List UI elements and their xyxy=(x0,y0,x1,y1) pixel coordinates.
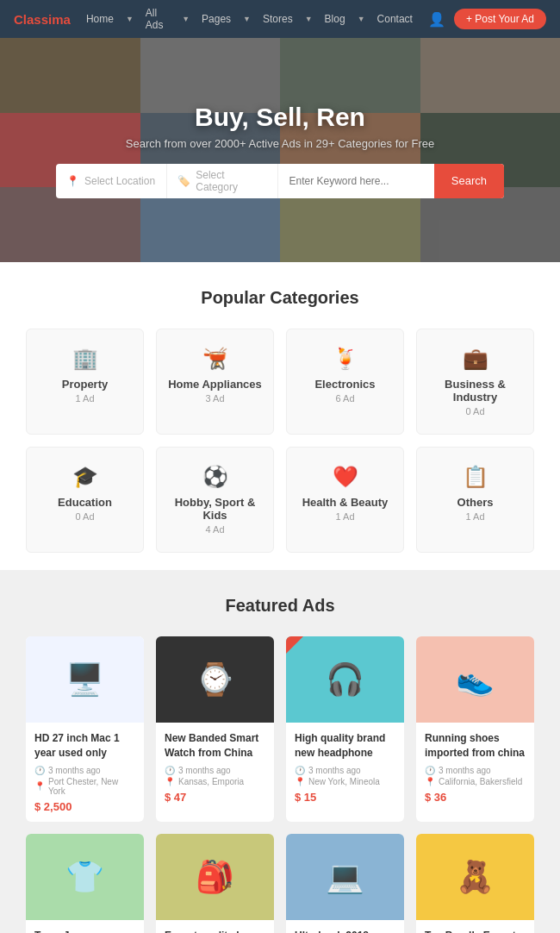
category-count: 1 Ad xyxy=(426,511,525,522)
nav-home-arrow: ▼ xyxy=(126,15,134,23)
category-count: 4 Ad xyxy=(165,524,264,535)
ads-grid: 🖥️ HD 27 inch Mac 1 year used only 🕐 3 m… xyxy=(26,636,534,933)
nav-stores-arrow: ▼ xyxy=(305,15,313,23)
nav-home[interactable]: Home xyxy=(86,13,114,25)
category-count: 3 Ad xyxy=(165,393,264,404)
categories-grid: 🏢 Property 1 Ad 🫕 Home Appliances 3 Ad 🍹… xyxy=(26,329,534,553)
ad-body: Toy Bundle Export Quality form China who… xyxy=(416,920,534,933)
nav-blog-arrow: ▼ xyxy=(358,15,365,23)
nav-links: Home ▼ All Ads ▼ Pages ▼ Stores ▼ Blog ▼… xyxy=(86,7,413,31)
ad-card[interactable]: 👟 Running shoes imported from china 🕐 3 … xyxy=(416,636,534,822)
category-icon: ❤️ xyxy=(296,465,395,489)
featured-section-title: Featured Ads xyxy=(26,596,534,616)
category-name: Electronics xyxy=(296,378,395,391)
category-name: Health & Beauty xyxy=(296,496,395,509)
hero-title: Buy, Sell, Ren xyxy=(195,103,365,132)
post-ad-button[interactable]: + Post Your Ad xyxy=(454,9,546,29)
ad-image: 👕 xyxy=(26,834,144,920)
ad-image: 💻 xyxy=(286,834,404,920)
ad-card[interactable]: 👕 Team Jersey available in reasonable pr… xyxy=(26,834,144,933)
nav-contact[interactable]: Contact xyxy=(377,13,413,25)
location-pin-icon: 📍 xyxy=(66,175,79,187)
location-icon: 📍 xyxy=(34,781,45,791)
ad-price: $ 36 xyxy=(425,791,526,804)
category-card-electronics[interactable]: 🍹 Electronics 6 Ad xyxy=(286,329,404,435)
category-icon: 🍹 xyxy=(296,347,395,371)
navbar: Classima Home ▼ All Ads ▼ Pages ▼ Stores… xyxy=(0,0,560,38)
category-name: Hobby, Sport & Kids xyxy=(165,496,264,522)
ad-card[interactable]: 💻 Ultrabook 2018 core i7 with 16 GB RAM … xyxy=(286,834,404,933)
category-selector[interactable]: 🏷️ Select Category xyxy=(167,164,278,198)
ad-time: 🕐 3 months ago xyxy=(165,766,265,775)
hero-subtitle: Search from over 2000+ Active Ads in 29+… xyxy=(126,137,434,150)
category-tag-icon: 🏷️ xyxy=(177,175,190,187)
category-icon: 📋 xyxy=(426,465,525,489)
ad-title: New Banded Smart Watch from China xyxy=(165,731,265,761)
category-card-education[interactable]: 🎓 Education 0 Ad xyxy=(26,447,144,553)
location-icon: 📍 xyxy=(425,777,435,786)
category-card-others[interactable]: 📋 Others 1 Ad xyxy=(416,447,534,553)
ad-location: 📍 California, Bakersfield xyxy=(425,777,526,786)
category-name: Education xyxy=(35,496,134,509)
category-icon: 🫕 xyxy=(165,347,264,371)
ad-card[interactable]: 🎒 Export quality bag pack wholesale min … xyxy=(156,834,274,933)
popular-categories-section: Popular Categories 🏢 Property 1 Ad 🫕 Hom… xyxy=(0,262,560,570)
ad-title: Export quality bag pack wholesale min 10… xyxy=(165,929,265,933)
category-count: 0 Ad xyxy=(35,511,134,522)
category-card-business-&-industry[interactable]: 💼 Business & Industry 0 Ad xyxy=(416,329,534,435)
clock-icon: 🕐 xyxy=(295,766,305,775)
popular-section-title: Popular Categories xyxy=(26,288,534,308)
nav-pages[interactable]: Pages xyxy=(202,13,231,25)
category-icon: 🎓 xyxy=(35,465,134,489)
ad-card[interactable]: 🎧 High quality brand new headphone 🕐 3 m… xyxy=(286,636,404,822)
featured-ads-section: Featured Ads 🖥️ HD 27 inch Mac 1 year us… xyxy=(0,570,560,933)
ad-image: 🎒 xyxy=(156,834,274,920)
ad-title: Running shoes imported from china xyxy=(425,731,526,761)
category-count: 1 Ad xyxy=(35,393,134,404)
location-icon: 📍 xyxy=(165,777,175,786)
location-icon: 📍 xyxy=(295,777,305,786)
ad-price: $ 15 xyxy=(295,791,395,804)
category-card-property[interactable]: 🏢 Property 1 Ad xyxy=(26,329,144,435)
nav-allads[interactable]: All Ads xyxy=(146,7,170,31)
keyword-field-container xyxy=(278,164,433,198)
ad-body: High quality brand new headphone 🕐 3 mon… xyxy=(286,723,404,812)
featured-badge xyxy=(286,636,303,654)
ad-card[interactable]: 🖥️ HD 27 inch Mac 1 year used only 🕐 3 m… xyxy=(26,636,144,822)
ad-image: 🖥️ xyxy=(26,636,144,723)
ad-body: HD 27 inch Mac 1 year used only 🕐 3 mont… xyxy=(26,723,144,822)
ad-image: ⌚ xyxy=(156,636,274,723)
clock-icon: 🕐 xyxy=(34,766,45,775)
search-button[interactable]: Search xyxy=(434,164,504,198)
ad-image: 🎧 xyxy=(286,636,404,723)
category-count: 0 Ad xyxy=(426,406,525,416)
user-icon[interactable]: 👤 xyxy=(428,11,445,28)
category-card-hobby,-sport-&-kids[interactable]: ⚽ Hobby, Sport & Kids 4 Ad xyxy=(156,447,274,553)
category-name: Business & Industry xyxy=(426,378,525,404)
ad-location: 📍 Kansas, Emporia xyxy=(165,777,265,786)
ad-card[interactable]: ⌚ New Banded Smart Watch from China 🕐 3 … xyxy=(156,636,274,822)
ad-time: 🕐 3 months ago xyxy=(425,766,526,775)
clock-icon: 🕐 xyxy=(425,766,435,775)
logo[interactable]: Classima xyxy=(14,12,71,27)
ad-title: HD 27 inch Mac 1 year used only xyxy=(34,731,135,761)
category-count: 1 Ad xyxy=(296,511,395,522)
category-card-health-&-beauty[interactable]: ❤️ Health & Beauty 1 Ad xyxy=(286,447,404,553)
keyword-input[interactable] xyxy=(289,175,423,187)
ad-body: Ultrabook 2018 core i7 with 16 GB RAM 🕐 … xyxy=(286,920,404,933)
ad-location: 📍 New York, Mineola xyxy=(295,777,395,786)
category-name: Others xyxy=(426,496,525,509)
hero-section: Buy, Sell, Ren Search from over 2000+ Ac… xyxy=(0,38,560,262)
ad-body: New Banded Smart Watch from China 🕐 3 mo… xyxy=(156,723,274,812)
category-icon: 💼 xyxy=(426,347,525,371)
ad-time: 🕐 3 months ago xyxy=(34,766,135,775)
ad-time: 🕐 3 months ago xyxy=(295,766,395,775)
clock-icon: 🕐 xyxy=(165,766,175,775)
ad-card[interactable]: 🧸 Toy Bundle Export Quality form China w… xyxy=(416,834,534,933)
category-card-home-appliances[interactable]: 🫕 Home Appliances 3 Ad xyxy=(156,329,274,435)
nav-stores[interactable]: Stores xyxy=(263,13,293,25)
ad-title: Toy Bundle Export Quality form China who… xyxy=(425,929,526,933)
nav-blog[interactable]: Blog xyxy=(325,13,345,25)
location-selector[interactable]: 📍 Select Location xyxy=(56,164,167,198)
ad-price: $ 2,500 xyxy=(34,800,135,813)
